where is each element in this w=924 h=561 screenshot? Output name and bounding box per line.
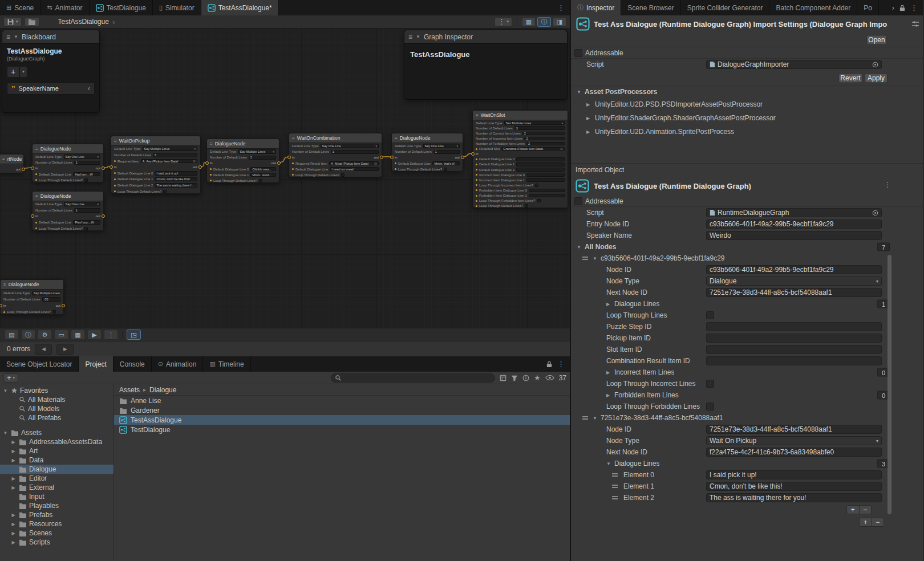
foldout-arrow-icon[interactable]: ▼ xyxy=(593,416,597,421)
inspector-lock-icon[interactable] xyxy=(899,5,905,11)
drag-handle-icon[interactable] xyxy=(612,485,618,488)
foldout-arrow-icon[interactable]: ▶ xyxy=(606,393,610,398)
inspector-menu-icon[interactable]: ⋮ xyxy=(910,3,918,12)
node-field[interactable] xyxy=(516,162,565,166)
tree-arrow-icon[interactable]: ▶ xyxy=(10,540,17,545)
property-field[interactable] xyxy=(706,322,882,331)
input-port[interactable] xyxy=(390,156,394,159)
node-field[interactable]: Say One Line▾ xyxy=(321,144,379,148)
tree-arrow-icon[interactable]: ▶ xyxy=(10,531,17,536)
dock-tab-timeline[interactable]: ▥Timeline xyxy=(203,356,250,372)
tree-item-assets[interactable]: ▼Assets xyxy=(0,428,114,437)
node-checkbox[interactable] xyxy=(84,178,88,182)
node-title[interactable]: ≡rtNode xyxy=(0,155,23,164)
node-field[interactable]: Say Multiple Lines▾ xyxy=(143,147,197,151)
node-checkbox[interactable] xyxy=(341,173,345,177)
tree-item-editor[interactable]: ▶Editor xyxy=(0,474,114,483)
property-field[interactable]: c93b5606-401f-49a2-99b5-9ecbf1fa9c29 xyxy=(706,265,882,274)
property-field[interactable]: c93b5606-401f-49a2-99b5-9ecbf1fa9c29 xyxy=(706,219,882,229)
breadcrumb-assets[interactable]: Assets xyxy=(119,386,140,394)
tree-arrow-icon[interactable]: ▶ xyxy=(10,513,17,518)
dialogue-node-3[interactable]: ≡DialogueNodeDefault Line TypeSay Multip… xyxy=(206,139,279,183)
graph-view-options-button[interactable]: ⋮▾ xyxy=(495,17,512,27)
node-field[interactable]: 1 xyxy=(74,208,100,213)
graph-footer-grid-button[interactable]: ▦ xyxy=(71,330,85,340)
enum-dropdown[interactable]: Dialogue▾ xyxy=(706,277,882,286)
tree-item-all-materials[interactable]: All Materials xyxy=(0,395,114,404)
node-field[interactable]: -55 xyxy=(42,297,60,302)
window-tab-testdialogue[interactable]: TestDialogue xyxy=(90,0,153,15)
window-tab-simulator[interactable]: ▯Simulator xyxy=(153,0,201,15)
node-field[interactable]: A_Meat (Pickup Item Data)⊙ xyxy=(329,161,379,165)
graph-footer-gear-button[interactable]: ⚙ xyxy=(38,330,52,340)
tree-item-playables[interactable]: Playables xyxy=(0,501,114,510)
property-field[interactable]: 7251e73e-38d3-44ff-a8c5-bcf54088aaf1 xyxy=(706,425,882,434)
graph-inspector-menu-icon[interactable]: ≡ xyxy=(408,33,412,41)
tab-scroll-right-icon[interactable]: › xyxy=(892,3,894,12)
graph-breadcrumb[interactable]: TestAssDialogue› xyxy=(58,18,115,26)
graph-toggle-info[interactable]: ⓘ xyxy=(537,17,551,27)
drag-handle-icon[interactable] xyxy=(582,257,588,260)
add-element-button[interactable]: + xyxy=(860,518,872,526)
tree-item-art[interactable]: ▶Art xyxy=(0,446,114,456)
node-field[interactable]: I need my meat! xyxy=(330,167,379,171)
element-field[interactable]: The ass is waiting there for you! xyxy=(706,493,882,502)
asset-anne-lise[interactable]: Anne Lise xyxy=(114,396,570,405)
breadcrumb-dialogue[interactable]: Dialogue xyxy=(149,386,176,394)
start-node[interactable]: ≡rtNodeout xyxy=(0,154,24,173)
tree-arrow-icon[interactable]: ▶ xyxy=(10,440,17,445)
node-checkbox[interactable] xyxy=(259,179,262,182)
node-field[interactable] xyxy=(529,194,565,198)
input-port[interactable] xyxy=(0,304,2,307)
foldout-arrow-icon[interactable]: ▶ xyxy=(586,116,590,121)
wait-on-pickup-node[interactable]: ≡WaitOnPickupDefault Line TypeSay Multip… xyxy=(111,136,201,194)
tree-item-input[interactable]: Input xyxy=(0,492,114,501)
node-field[interactable]: Mmm, that's it! xyxy=(432,161,460,165)
addressable-checkbox[interactable] xyxy=(574,197,582,205)
blackboard-add-button[interactable]: + xyxy=(7,66,19,78)
node-field[interactable]: Say Multiple Lines▾ xyxy=(504,121,565,125)
input-port[interactable] xyxy=(31,166,34,170)
property-field[interactable] xyxy=(706,334,882,343)
window-tab-animator[interactable]: ⇆Animator xyxy=(40,0,89,15)
tree-item-scripts[interactable]: ▶Scripts xyxy=(0,538,114,547)
node-title[interactable]: ≡WaitOnSlot xyxy=(473,111,568,120)
tree-item-scenes[interactable]: ▶Scenes xyxy=(0,529,114,538)
input-port[interactable] xyxy=(205,161,209,165)
input-port[interactable] xyxy=(31,214,34,218)
output-port[interactable] xyxy=(198,165,202,169)
open-graph-button[interactable] xyxy=(25,17,39,27)
inspector-tab-sprite-collider-generator[interactable]: Sprite Collider Generator xyxy=(681,0,770,15)
node-title[interactable]: ≡DialogueNode xyxy=(33,192,103,201)
graph-footer-window-button[interactable]: ▭ xyxy=(54,330,68,340)
node-field[interactable]: 2 xyxy=(522,132,565,136)
dock-tab-console[interactable]: Console xyxy=(114,356,152,372)
foldout-arrow-icon[interactable]: ▶ xyxy=(606,302,610,307)
tree-arrow-icon[interactable]: ▶ xyxy=(10,476,17,481)
preset-icon[interactable] xyxy=(911,21,919,27)
scrollbar-thumb[interactable] xyxy=(887,255,891,514)
blackboard-add-caret-icon[interactable]: ▾ xyxy=(20,66,27,78)
object-picker-icon[interactable] xyxy=(872,210,878,216)
property-checkbox[interactable] xyxy=(706,380,714,388)
save-search-star-icon[interactable]: ★ xyxy=(534,373,541,382)
dialogue-node-2[interactable]: ≡DialogueNodeDefault Line TypeSay One Li… xyxy=(32,191,104,231)
search-by-log-type-icon[interactable] xyxy=(522,375,529,381)
output-port[interactable] xyxy=(22,168,25,171)
property-field[interactable]: f22a475e-4c2f-41c6-9b73-6a83498abfe0 xyxy=(706,448,882,457)
apply-button[interactable]: Apply xyxy=(865,73,887,83)
array-add-remove-buttons[interactable]: +− xyxy=(859,518,884,527)
tree-item-all-prefabs[interactable]: All Prefabs xyxy=(0,413,114,422)
graph-footer-play-button[interactable]: ▶ xyxy=(87,330,102,340)
drag-handle-icon[interactable] xyxy=(582,416,588,420)
node-field[interactable]: 2 xyxy=(524,137,565,141)
node-field[interactable]: 2 xyxy=(249,156,276,160)
search-by-label-icon[interactable] xyxy=(511,375,518,381)
tree-item-prefabs[interactable]: ▶Prefabs xyxy=(0,510,114,519)
graph-footer-list-button[interactable]: ▤ xyxy=(5,330,19,340)
search-by-type-icon[interactable] xyxy=(500,375,506,381)
array-add-remove-buttons[interactable]: +− xyxy=(846,505,872,514)
script-field[interactable]: DialogueGraphImporter xyxy=(706,60,882,69)
output-port[interactable] xyxy=(102,166,105,170)
node-field[interactable]: Cmon, don't be like this! xyxy=(155,177,197,182)
